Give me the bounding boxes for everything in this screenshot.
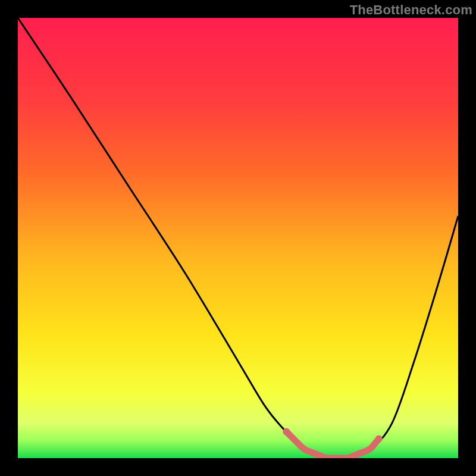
watermark-text: TheBottleneck.com bbox=[350, 2, 472, 18]
plot-area bbox=[18, 18, 458, 458]
bottleneck-curve bbox=[18, 18, 458, 458]
band-end-dot bbox=[375, 435, 383, 442]
chart-frame: TheBottleneck.com bbox=[0, 0, 476, 476]
optimal-band bbox=[286, 432, 378, 458]
curve-layer bbox=[18, 18, 458, 458]
band-start-dot bbox=[283, 428, 290, 436]
